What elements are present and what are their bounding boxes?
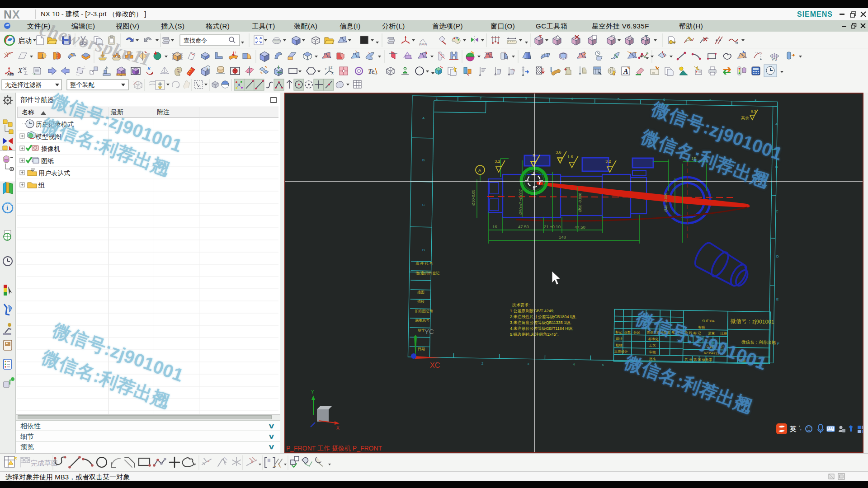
svg-text:3: 3	[527, 362, 529, 366]
svg-text:16: 16	[492, 224, 497, 229]
svg-text:V U: V U	[772, 58, 777, 61]
svg-text:共 张 第 张 修数字: 共 张 第 张 修数字	[684, 357, 712, 362]
svg-text:XC: XC	[430, 361, 440, 369]
svg-text:1: 1	[436, 97, 438, 101]
svg-text:设数: 设数	[624, 330, 631, 334]
svg-text:X: X	[331, 72, 334, 75]
svg-text:标膜: 标膜	[698, 325, 706, 329]
svg-text:’,: ’,	[799, 425, 802, 431]
svg-text:3.2: 3.2	[605, 159, 611, 164]
svg-text:技术要求:: 技术要求:	[512, 303, 530, 307]
svg-text:模型视图: 模型视图	[35, 133, 61, 140]
svg-text:X: X	[336, 426, 340, 431]
svg-text:微信号：zj901001: 微信号：zj901001	[730, 318, 774, 325]
svg-text:阶 段 标 记: 阶 段 标 记	[684, 331, 701, 335]
svg-text:工艺: 工艺	[649, 343, 656, 347]
svg-text:C: C	[776, 209, 778, 213]
svg-text:主管设计: 主管设计	[614, 349, 628, 354]
svg-text:1.公差原则按GB/T 4249;: 1.公差原则按GB/T 4249;	[510, 309, 554, 313]
svg-text:(0,0,0): (0,0,0)	[419, 43, 427, 46]
svg-text:A: A	[422, 116, 425, 120]
svg-text:7: 7	[709, 98, 711, 102]
svg-text:X: X	[18, 67, 23, 74]
svg-text:组: 组	[38, 182, 45, 189]
svg-text:描图: 描图	[417, 290, 425, 294]
svg-text:R: R	[147, 66, 151, 71]
svg-text:描校: 描校	[417, 300, 425, 304]
svg-text:审核: 审核	[649, 350, 656, 354]
svg-text:xt: xt	[373, 71, 377, 75]
svg-text:比例: 比例	[720, 331, 727, 335]
svg-text:1.6: 1.6	[567, 155, 573, 159]
svg-text:其余: 其余	[741, 116, 749, 120]
svg-text:旧底图总号: 旧底图总号	[415, 309, 433, 313]
svg-text:E: E	[776, 297, 778, 301]
svg-text:校核: 校核	[615, 343, 623, 347]
svg-text:5.锐边倒钝,未注倒角1x45°.: 5.锐边倒钝,未注倒角1x45°.	[510, 332, 559, 337]
svg-text:分区: 分区	[633, 330, 641, 334]
svg-text:i: i	[6, 204, 8, 211]
svg-text:微信名：利荐出翘: 微信名：利荐出翘	[741, 339, 776, 345]
svg-text:2.未注线性尺寸公差等级GB1804 f级;: 2.未注线性尺寸公差等级GB1804 f级;	[510, 314, 576, 319]
svg-text:21 ±0.10: 21 ±0.10	[544, 224, 561, 229]
svg-text:D: D	[776, 254, 779, 258]
svg-text:B: B	[422, 158, 425, 162]
svg-text:47.50: 47.50	[518, 224, 529, 229]
svg-text:整个装配: 整个装配	[70, 81, 95, 88]
svg-text:B: B	[775, 165, 778, 169]
svg-text:4: 4	[571, 97, 573, 101]
svg-text:借(通)用件登记: 借(通)用件登记	[415, 271, 439, 275]
svg-text:A: A	[478, 168, 481, 173]
svg-text:A: A	[775, 122, 778, 126]
svg-text:A2354721: A2354721	[704, 351, 719, 356]
svg-text:标准化: 标准化	[648, 337, 659, 341]
svg-text:YC: YC	[425, 328, 434, 335]
svg-text:4.未注形位公差等级GB/T1184 H级;: 4.未注形位公差等级GB/T1184 H级;	[510, 326, 573, 331]
svg-text:0.155: 0.155	[707, 345, 715, 349]
svg-text:3: 3	[525, 96, 527, 100]
svg-text:1:1: 1:1	[720, 345, 725, 349]
svg-text:完成草图: 完成草图	[31, 459, 58, 467]
svg-text:3.6: 3.6	[556, 150, 561, 155]
svg-text:Ø50 -0.008: Ø50 -0.008	[578, 192, 582, 212]
svg-text:2: 2	[480, 96, 482, 100]
svg-text:启动: 启动	[18, 37, 32, 44]
svg-text:8: 8	[755, 99, 757, 103]
svg-text:Y: Y	[325, 67, 327, 70]
svg-text:历史记录模式: 历史记录模式	[36, 121, 74, 128]
svg-text:P_FRONT 工作 摄像机 P_FRONT: P_FRONT 工作 摄像机 P_FRONT	[286, 445, 382, 452]
svg-text:47.50: 47.50	[575, 225, 585, 230]
svg-text:更改文件号签名: 更改文件号签名	[646, 330, 670, 335]
svg-text:摄像机: 摄像机	[41, 145, 60, 152]
svg-text:Y: Y	[311, 389, 314, 394]
svg-text:ABS: ABS	[7, 73, 14, 76]
svg-text:4: 4	[573, 362, 575, 366]
svg-text:无选择过滤器: 无选择过滤器	[5, 81, 42, 88]
svg-text:Ø30-0.05: Ø30-0.05	[471, 189, 476, 206]
svg-text:C: C	[422, 203, 425, 207]
svg-text:重量: 重量	[708, 331, 715, 335]
svg-text:日期: 日期	[418, 347, 425, 351]
svg-text:5: 5	[602, 363, 604, 367]
svg-text:批准: 批准	[649, 357, 656, 361]
svg-text:5: 5	[618, 97, 620, 101]
svg-text:15: 15	[691, 156, 696, 161]
svg-text:148: 148	[559, 235, 566, 239]
svg-text:3.未注角度公差等级QB11335 1级;: 3.未注角度公差等级QB11335 1级;	[510, 320, 571, 325]
svg-text:2: 2	[481, 361, 484, 366]
svg-text:底 件 代 号: 底 件 代 号	[415, 262, 433, 266]
svg-text:Ø40 -0.009: Ø40 -0.009	[664, 192, 668, 212]
svg-text:3.2: 3.2	[495, 159, 500, 164]
svg-text:标记: 标记	[615, 330, 623, 334]
svg-text:SUF304: SUF304	[702, 319, 715, 323]
svg-text:D: D	[422, 248, 425, 252]
svg-text:底图总号: 底图总号	[415, 319, 429, 323]
svg-text:R: R	[533, 153, 536, 158]
svg-text:!: !	[235, 51, 236, 55]
svg-text:6.3: 6.3	[751, 109, 756, 113]
svg-text:年 月 日: 年 月 日	[671, 331, 684, 335]
svg-text:Ø50m7 ±0.007: Ø50m7 ±0.007	[519, 189, 523, 215]
svg-text:F: F	[777, 342, 779, 346]
svg-text:Z: Z	[330, 66, 333, 69]
svg-text:查找命令: 查找命令	[184, 37, 207, 44]
